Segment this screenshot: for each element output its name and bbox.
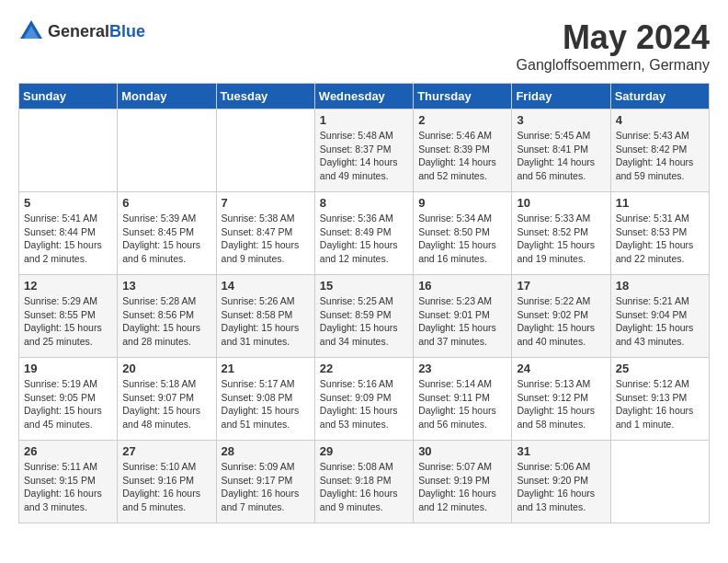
calendar-cell: 7Sunrise: 5:38 AM Sunset: 8:47 PM Daylig… [216, 192, 314, 275]
day-info: Sunrise: 5:48 AM Sunset: 8:37 PM Dayligh… [320, 129, 408, 183]
week-row-3: 19Sunrise: 5:19 AM Sunset: 9:05 PM Dayli… [19, 358, 710, 441]
day-info: Sunrise: 5:46 AM Sunset: 8:39 PM Dayligh… [418, 129, 506, 183]
day-info: Sunrise: 5:14 AM Sunset: 9:11 PM Dayligh… [418, 377, 506, 431]
logo-icon [18, 18, 44, 44]
day-number: 17 [517, 279, 605, 293]
calendar-cell: 19Sunrise: 5:19 AM Sunset: 9:05 PM Dayli… [19, 358, 118, 441]
calendar-cell: 4Sunrise: 5:43 AM Sunset: 8:42 PM Daylig… [610, 109, 709, 192]
calendar-cell: 2Sunrise: 5:46 AM Sunset: 8:39 PM Daylig… [414, 109, 512, 192]
day-number: 12 [24, 279, 112, 293]
day-number: 19 [24, 362, 112, 375]
calendar-table: SundayMondayTuesdayWednesdayThursdayFrid… [18, 83, 710, 523]
calendar-cell: 16Sunrise: 5:23 AM Sunset: 9:01 PM Dayli… [414, 275, 512, 358]
calendar-cell: 27Sunrise: 5:10 AM Sunset: 9:16 PM Dayli… [118, 441, 216, 523]
day-info: Sunrise: 5:19 AM Sunset: 9:05 PM Dayligh… [24, 377, 112, 431]
header-sunday: Sunday [19, 84, 118, 109]
day-info: Sunrise: 5:36 AM Sunset: 8:49 PM Dayligh… [320, 212, 408, 266]
day-number: 21 [222, 362, 310, 375]
calendar-cell: 17Sunrise: 5:22 AM Sunset: 9:02 PM Dayli… [512, 275, 610, 358]
day-number: 28 [222, 444, 310, 458]
day-number: 16 [418, 279, 506, 293]
day-info: Sunrise: 5:08 AM Sunset: 9:18 PM Dayligh… [320, 460, 408, 514]
day-info: Sunrise: 5:31 AM Sunset: 8:53 PM Dayligh… [616, 212, 704, 266]
day-info: Sunrise: 5:18 AM Sunset: 9:07 PM Dayligh… [122, 377, 210, 431]
day-info: Sunrise: 5:25 AM Sunset: 8:59 PM Dayligh… [320, 294, 408, 349]
day-info: Sunrise: 5:22 AM Sunset: 9:02 PM Dayligh… [517, 294, 605, 349]
day-info: Sunrise: 5:11 AM Sunset: 9:15 PM Dayligh… [24, 460, 112, 514]
calendar-cell: 12Sunrise: 5:29 AM Sunset: 8:55 PM Dayli… [19, 275, 118, 358]
day-number: 23 [418, 362, 506, 375]
calendar-cell: 24Sunrise: 5:13 AM Sunset: 9:12 PM Dayli… [512, 358, 610, 441]
calendar-cell: 22Sunrise: 5:16 AM Sunset: 9:09 PM Dayli… [314, 358, 413, 441]
day-info: Sunrise: 5:10 AM Sunset: 9:16 PM Dayligh… [122, 460, 210, 514]
day-info: Sunrise: 5:23 AM Sunset: 9:01 PM Dayligh… [418, 294, 506, 349]
day-info: Sunrise: 5:28 AM Sunset: 8:56 PM Dayligh… [122, 294, 210, 349]
day-number: 6 [122, 196, 210, 210]
day-info: Sunrise: 5:07 AM Sunset: 9:19 PM Dayligh… [418, 460, 506, 514]
calendar-cell: 20Sunrise: 5:18 AM Sunset: 9:07 PM Dayli… [118, 358, 216, 441]
title-block: May 2024 Gangloffsoemmern, Germany [517, 18, 710, 74]
calendar-cell: 5Sunrise: 5:41 AM Sunset: 8:44 PM Daylig… [19, 192, 118, 275]
day-info: Sunrise: 5:34 AM Sunset: 8:50 PM Dayligh… [418, 212, 506, 266]
day-info: Sunrise: 5:38 AM Sunset: 8:47 PM Dayligh… [222, 212, 310, 266]
day-number: 20 [122, 362, 210, 375]
day-number: 14 [222, 279, 310, 293]
day-info: Sunrise: 5:41 AM Sunset: 8:44 PM Dayligh… [24, 212, 112, 266]
day-info: Sunrise: 5:26 AM Sunset: 8:58 PM Dayligh… [222, 294, 310, 349]
day-number: 8 [320, 196, 408, 210]
calendar-cell: 6Sunrise: 5:39 AM Sunset: 8:45 PM Daylig… [118, 192, 216, 275]
calendar-cell: 25Sunrise: 5:12 AM Sunset: 9:13 PM Dayli… [610, 358, 709, 441]
calendar-cell: 28Sunrise: 5:09 AM Sunset: 9:17 PM Dayli… [216, 441, 314, 523]
day-number: 25 [616, 362, 704, 375]
day-info: Sunrise: 5:12 AM Sunset: 9:13 PM Dayligh… [616, 377, 704, 431]
location-title: Gangloffsoemmern, Germany [517, 57, 710, 74]
logo: GeneralBlue [18, 18, 145, 44]
calendar-cell: 13Sunrise: 5:28 AM Sunset: 8:56 PM Dayli… [118, 275, 216, 358]
day-info: Sunrise: 5:43 AM Sunset: 8:42 PM Dayligh… [616, 129, 704, 183]
day-info: Sunrise: 5:16 AM Sunset: 9:09 PM Dayligh… [320, 377, 408, 431]
calendar-cell: 23Sunrise: 5:14 AM Sunset: 9:11 PM Dayli… [414, 358, 512, 441]
day-number: 13 [122, 279, 210, 293]
day-info: Sunrise: 5:45 AM Sunset: 8:41 PM Dayligh… [517, 129, 605, 183]
day-number: 26 [24, 444, 112, 458]
calendar-cell: 1Sunrise: 5:48 AM Sunset: 8:37 PM Daylig… [314, 109, 413, 192]
day-number: 4 [616, 113, 704, 127]
calendar-cell: 8Sunrise: 5:36 AM Sunset: 8:49 PM Daylig… [314, 192, 413, 275]
calendar-cell: 9Sunrise: 5:34 AM Sunset: 8:50 PM Daylig… [414, 192, 512, 275]
day-number: 31 [517, 444, 605, 458]
day-number: 7 [222, 196, 310, 210]
calendar-cell: 29Sunrise: 5:08 AM Sunset: 9:18 PM Dayli… [314, 441, 413, 523]
calendar-cell: 31Sunrise: 5:06 AM Sunset: 9:20 PM Dayli… [512, 441, 610, 523]
day-number: 18 [616, 279, 704, 293]
day-number: 3 [517, 113, 605, 127]
logo-blue: Blue [109, 22, 145, 40]
week-row-4: 26Sunrise: 5:11 AM Sunset: 9:15 PM Dayli… [19, 441, 710, 523]
day-info: Sunrise: 5:21 AM Sunset: 9:04 PM Dayligh… [616, 294, 704, 349]
calendar-cell: 21Sunrise: 5:17 AM Sunset: 9:08 PM Dayli… [216, 358, 314, 441]
day-number: 30 [418, 444, 506, 458]
week-row-2: 12Sunrise: 5:29 AM Sunset: 8:55 PM Dayli… [19, 275, 710, 358]
calendar-cell [118, 109, 216, 192]
calendar-cell [216, 109, 314, 192]
calendar-cell: 30Sunrise: 5:07 AM Sunset: 9:19 PM Dayli… [414, 441, 512, 523]
calendar-cell: 11Sunrise: 5:31 AM Sunset: 8:53 PM Dayli… [610, 192, 709, 275]
day-info: Sunrise: 5:06 AM Sunset: 9:20 PM Dayligh… [517, 460, 605, 514]
header-row: SundayMondayTuesdayWednesdayThursdayFrid… [19, 84, 710, 109]
day-number: 5 [24, 196, 112, 210]
day-info: Sunrise: 5:13 AM Sunset: 9:12 PM Dayligh… [517, 377, 605, 431]
day-number: 9 [418, 196, 506, 210]
header-wednesday: Wednesday [314, 84, 413, 109]
calendar-cell [19, 109, 118, 192]
calendar-cell: 26Sunrise: 5:11 AM Sunset: 9:15 PM Dayli… [19, 441, 118, 523]
header-friday: Friday [512, 84, 610, 109]
header-thursday: Thursday [414, 84, 512, 109]
day-number: 24 [517, 362, 605, 375]
logo-general: General [48, 22, 109, 40]
day-info: Sunrise: 5:09 AM Sunset: 9:17 PM Dayligh… [222, 460, 310, 514]
header-monday: Monday [118, 84, 216, 109]
header-tuesday: Tuesday [216, 84, 314, 109]
day-info: Sunrise: 5:29 AM Sunset: 8:55 PM Dayligh… [24, 294, 112, 349]
day-number: 2 [418, 113, 506, 127]
day-number: 11 [616, 196, 704, 210]
day-info: Sunrise: 5:39 AM Sunset: 8:45 PM Dayligh… [122, 212, 210, 266]
